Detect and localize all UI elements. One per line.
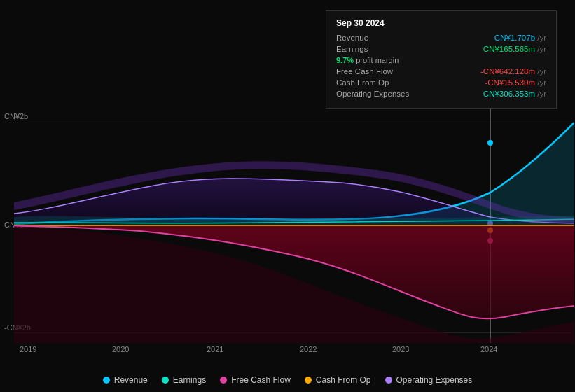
legend-dot-opex [385, 377, 392, 384]
legend-item-opex[interactable]: Operating Expenses [385, 375, 473, 385]
tooltip-row-cfo: Cash From Op -CN¥15.530m /yr [336, 78, 546, 87]
x-label-2022: 2022 [300, 345, 317, 354]
legend-label-opex: Operating Expenses [396, 375, 473, 385]
tooltip-value-cfo: -CN¥15.530m /yr [485, 78, 546, 87]
chart-svg [14, 108, 574, 343]
tooltip-label-cfo: Cash From Op [336, 78, 389, 87]
legend-label-cfo: Cash From Op [316, 375, 371, 385]
tooltip-label-opex: Operating Expenses [336, 90, 409, 98]
chart-container: Sep 30 2024 Revenue CN¥1.707b /yr Earnin… [0, 0, 575, 392]
x-label-2023: 2023 [392, 345, 409, 354]
legend-label-revenue: Revenue [114, 375, 148, 385]
tooltip-row-earnings: Earnings CN¥165.565m /yr [336, 45, 546, 53]
legend-dot-revenue [103, 377, 110, 384]
tooltip-box: Sep 30 2024 Revenue CN¥1.707b /yr Earnin… [326, 10, 557, 108]
tooltip-profit-margin: 9.7% profit margin [336, 56, 546, 64]
tooltip-label-earnings: Earnings [336, 45, 368, 53]
tooltip-row-revenue: Revenue CN¥1.707b /yr [336, 34, 546, 42]
tooltip-value-earnings: CN¥165.565m /yr [483, 45, 546, 53]
x-label-2020: 2020 [112, 345, 129, 354]
tooltip-value-revenue: CN¥1.707b /yr [494, 34, 546, 42]
x-label-2019: 2019 [20, 345, 36, 354]
legend-label-earnings: Earnings [173, 375, 206, 385]
legend: Revenue Earnings Free Cash Flow Cash Fro… [0, 375, 575, 385]
legend-dot-earnings [162, 377, 169, 384]
tooltip-row-opex: Operating Expenses CN¥306.353m /yr [336, 90, 546, 98]
tooltip-value-opex: CN¥306.353m /yr [483, 90, 546, 98]
tooltip-label-fcf: Free Cash Flow [336, 67, 393, 76]
legend-dot-fcf [220, 377, 227, 384]
legend-item-revenue[interactable]: Revenue [103, 375, 148, 385]
tooltip-date: Sep 30 2024 [336, 18, 546, 28]
legend-item-cfo[interactable]: Cash From Op [305, 375, 371, 385]
tooltip-row-fcf: Free Cash Flow -CN¥642.128m /yr [336, 67, 546, 76]
tooltip-label-revenue: Revenue [336, 34, 368, 42]
legend-item-earnings[interactable]: Earnings [162, 375, 206, 385]
tooltip-value-fcf: -CN¥642.128m /yr [480, 67, 546, 76]
legend-label-fcf: Free Cash Flow [231, 375, 291, 385]
legend-dot-cfo [305, 377, 312, 384]
x-label-2024: 2024 [480, 345, 497, 354]
x-label-2021: 2021 [207, 345, 223, 354]
legend-item-fcf[interactable]: Free Cash Flow [220, 375, 291, 385]
